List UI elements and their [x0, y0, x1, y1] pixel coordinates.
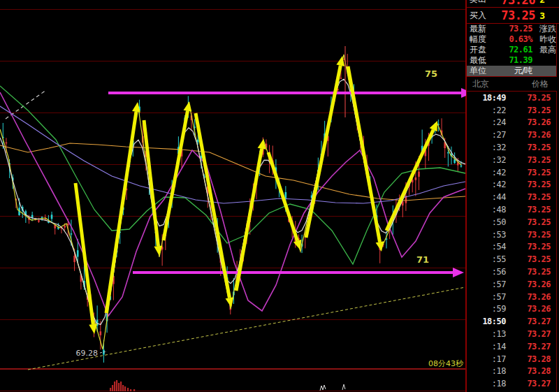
buy-qty: 3 [539, 10, 559, 21]
tick-price: 73.26 [527, 280, 556, 289]
kline-chart-pane[interactable]: 757169.2808分43秒 [0, 0, 466, 392]
volume-bar [110, 388, 111, 391]
tick-price: 73.25 [527, 180, 556, 189]
candle-body [340, 78, 342, 79]
tick-price: 73.25 [527, 254, 556, 264]
candle-body [100, 331, 102, 335]
volume-bar [116, 380, 117, 391]
sell-quote-row[interactable]: 卖出 73.26 2 [467, 0, 559, 8]
tick-time: :27 [467, 130, 506, 140]
tick-time: 18:50 [467, 317, 506, 326]
tick-time: :55 [467, 254, 506, 264]
tick-row: :5773.26 [467, 291, 556, 303]
lower-level-label: 71 [416, 254, 429, 265]
tick-time: :22 [467, 106, 506, 115]
quote-row-0: 最新73.25涨跌 [467, 24, 556, 34]
tick-time: :18 [467, 366, 506, 376]
tick-price: 73.26 [527, 292, 556, 302]
tick-row: :1373.27 [467, 328, 556, 340]
tick-list-header: 北京 价格 [467, 77, 557, 91]
tick-time: :54 [467, 242, 506, 252]
tick-price: 73.25 [527, 267, 556, 277]
tick-price: 73.26 [527, 117, 556, 127]
volume-bar [124, 386, 126, 391]
tick-price: 73.26 [527, 130, 556, 140]
tick-price: 73.25 [527, 192, 556, 202]
tick-time: :24 [467, 117, 506, 127]
kline-chart[interactable]: 757169.2808分43秒 [0, 0, 466, 392]
buy-price: 73.25 [491, 8, 535, 22]
tick-time: :59 [467, 304, 506, 314]
tick-price: 73.25 [527, 205, 556, 215]
countdown-label: 08分43秒 [428, 359, 464, 368]
tick-price: 73.25 [527, 217, 556, 227]
candle-body [64, 226, 66, 228]
tick-row: :5973.26 [467, 303, 556, 316]
tick-row: :3273.25 [467, 141, 556, 154]
quote-panel: 卖出 73.26 2 买入 73.25 3 最新73.25涨跌幅度0.63%昨收… [466, 0, 559, 392]
tick-time: :32 [467, 155, 506, 165]
quote-row-4: 单位元/吨 [467, 66, 556, 76]
candle-body [38, 220, 40, 222]
quote-label: 单位 [470, 66, 493, 76]
quote-value: 73.25 [493, 24, 532, 34]
volume-bar [114, 382, 115, 391]
tick-price: 73.25 [527, 106, 556, 115]
tick-time: :17 [467, 354, 506, 364]
tick-time: :42 [467, 168, 506, 177]
tick-price: 73.26 [527, 304, 556, 314]
sell-price: 73.26 [491, 0, 535, 7]
volume-bar [122, 385, 124, 391]
tick-price: 73.25 [527, 230, 556, 240]
quote-second-label: 昨收 [539, 34, 556, 45]
tick-time: :57 [467, 292, 506, 302]
tick-row: :1873.28 [467, 365, 556, 378]
tick-price: 73.27 [527, 329, 556, 339]
buy-label: 买入 [467, 10, 491, 22]
price-column-header: 价格 [532, 78, 557, 90]
tick-row: :2273.25 [467, 104, 556, 117]
tick-row: :5573.25 [467, 253, 556, 266]
trading-app: 757169.2808分43秒 卖出 73.26 2 买入 73.25 3 最新… [0, 0, 559, 392]
buy-quote-row[interactable]: 买入 73.25 3 [467, 8, 559, 24]
quote-value: 71.39 [493, 55, 532, 66]
volume-bar [127, 388, 129, 391]
volume-bar [118, 383, 119, 391]
tick-row: :5773.26 [467, 278, 556, 291]
tick-time: :48 [467, 205, 506, 215]
tick-row: :1873.27 [467, 377, 556, 390]
tick-price: 73.27 [527, 317, 556, 326]
tick-row: :2773.26 [467, 129, 556, 141]
tick-time: :53 [467, 230, 506, 240]
candle-body [285, 192, 287, 198]
sell-label: 卖出 [467, 0, 491, 6]
tick-row: :5673.25 [467, 266, 556, 278]
tick-list[interactable]: 18:4973.25:2273.25:2473.26:2773.26:3273.… [467, 91, 557, 392]
tick-time: :57 [467, 280, 506, 289]
quote-row-2: 开盘72.61最高 [467, 45, 556, 55]
tick-price: 73.28 [527, 354, 556, 364]
candle-body [77, 250, 79, 256]
tick-row: :3273.25 [467, 154, 556, 166]
tick-price: 73.27 [527, 342, 556, 351]
tick-row: :4273.25 [467, 179, 556, 191]
candle-body [447, 152, 449, 154]
candle-body [67, 224, 69, 225]
quote-row-1: 幅度0.63%昨收 [467, 34, 556, 45]
tick-time: :32 [467, 143, 506, 152]
tick-row: :5473.25 [467, 241, 556, 254]
volume-bar [120, 382, 122, 391]
tick-time: :14 [467, 342, 506, 351]
quote-label: 最低 [470, 55, 493, 66]
tick-row: :5373.25 [467, 228, 556, 241]
candle-body [31, 215, 34, 218]
candle-body [71, 233, 73, 235]
tick-time: :56 [467, 267, 506, 277]
candle-body [197, 140, 199, 143]
tick-row: 18:5073.27 [467, 315, 556, 328]
volume-bar [112, 385, 113, 391]
tick-price: 73.25 [527, 168, 556, 177]
tick-row: :1473.27 [467, 340, 556, 353]
tick-price: 73.25 [527, 93, 556, 103]
tick-price: 73.25 [527, 143, 556, 152]
